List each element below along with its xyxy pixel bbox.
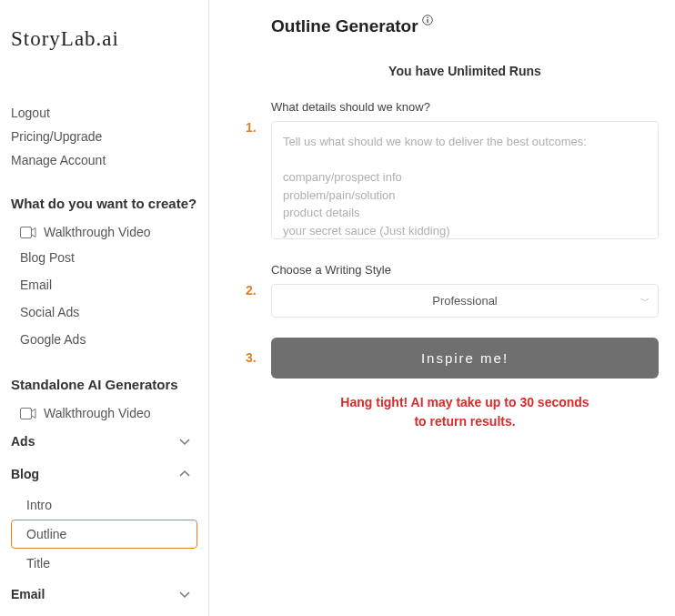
chevron-up-icon	[177, 467, 192, 481]
chevron-down-icon	[177, 434, 192, 449]
video-icon	[20, 408, 36, 419]
svg-rect-0	[21, 227, 32, 237]
nav-logout[interactable]: Logout	[11, 101, 197, 125]
step-3-number: 3.	[246, 350, 257, 365]
runs-remaining: You have Unlimited Runs	[271, 64, 659, 78]
page-title: Outline Generator	[271, 16, 418, 36]
create-item-blog-post[interactable]: Blog Post	[11, 244, 197, 271]
standalone-walkthrough-video[interactable]: Walkthrough Video	[11, 401, 197, 425]
step-1-number: 1.	[246, 120, 257, 135]
create-heading: What do you want to create?	[11, 196, 197, 211]
info-icon[interactable]	[422, 13, 433, 29]
nav-pricing[interactable]: Pricing/Upgrade	[11, 125, 197, 148]
accordion-email[interactable]: Email	[11, 578, 197, 611]
wait-message: Hang tight! AI may take up to 30 seconds…	[271, 393, 659, 431]
style-label: Choose a Writing Style	[271, 263, 659, 277]
standalone-heading: Standalone AI Generators	[11, 377, 197, 392]
chevron-down-icon	[177, 587, 192, 601]
step-2-number: 2.	[246, 283, 257, 298]
accordion-email-label: Email	[11, 587, 45, 601]
blog-title[interactable]: Title	[11, 549, 197, 578]
blog-intro[interactable]: Intro	[11, 490, 197, 520]
nav-manage-account[interactable]: Manage Account	[11, 148, 197, 172]
standalone-walkthrough-label: Walkthrough Video	[44, 406, 151, 420]
create-walkthrough-label: Walkthrough Video	[44, 225, 151, 239]
video-icon	[20, 227, 36, 238]
create-item-email[interactable]: Email	[11, 271, 197, 298]
writing-style-select[interactable]: Professional	[271, 284, 659, 318]
inspire-me-button[interactable]: Inspire me!	[271, 338, 659, 379]
blog-outline[interactable]: Outline	[11, 520, 197, 549]
accordion-ads[interactable]: Ads	[11, 425, 197, 458]
details-textarea[interactable]	[271, 121, 659, 239]
create-walkthrough-video[interactable]: Walkthrough Video	[11, 220, 197, 244]
logo: StoryLab.ai	[11, 27, 197, 51]
accordion-ads-label: Ads	[11, 434, 35, 449]
accordion-blog[interactable]: Blog	[11, 458, 197, 490]
create-item-google-ads[interactable]: Google Ads	[11, 326, 197, 353]
svg-rect-1	[21, 408, 32, 419]
create-item-social-ads[interactable]: Social Ads	[11, 298, 197, 326]
accordion-blog-label: Blog	[11, 467, 39, 481]
svg-rect-4	[427, 19, 428, 23]
svg-point-3	[427, 17, 428, 19]
details-label: What details should we know?	[271, 100, 659, 114]
